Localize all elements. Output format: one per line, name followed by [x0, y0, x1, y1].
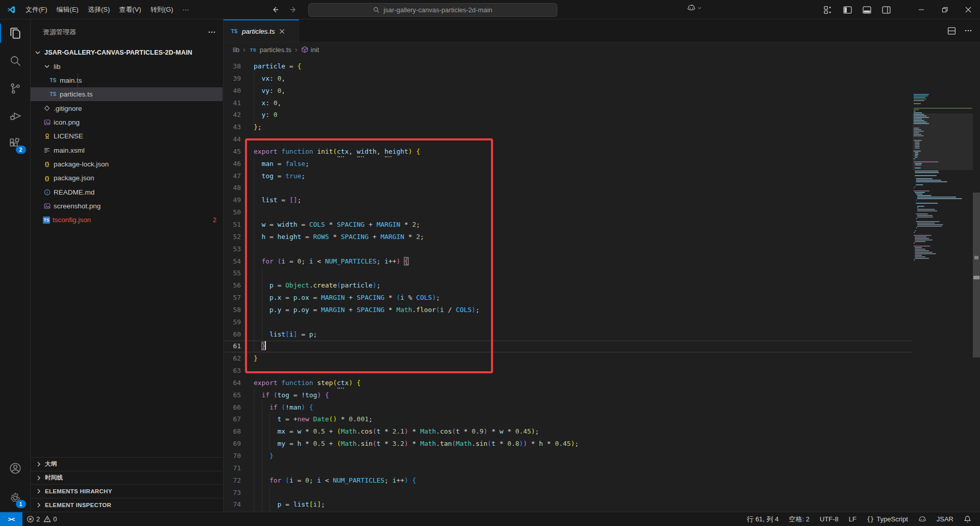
- toggle-panel-icon[interactable]: [863, 6, 871, 14]
- status-language-mode[interactable]: {}TypeScript: [864, 515, 911, 523]
- code-line-41[interactable]: 41 x: 0,: [224, 97, 913, 109]
- code-line-60[interactable]: 60 list[i] = p;: [224, 328, 913, 341]
- status-cursor-position[interactable]: 行 61, 列 4: [744, 515, 781, 524]
- copilot-button[interactable]: [687, 4, 702, 12]
- code-line-62[interactable]: 62}: [224, 352, 913, 365]
- minimap-slider[interactable]: [913, 113, 973, 170]
- breadcrumb-item-particles.ts[interactable]: TSparticles.ts: [249, 45, 291, 54]
- code-line-44[interactable]: 44: [224, 133, 913, 146]
- editor-more-actions-icon[interactable]: [964, 27, 972, 35]
- menu-4[interactable]: 查看(V): [114, 3, 145, 17]
- code-line-45[interactable]: 45export function init(ctx, width, heigh…: [224, 146, 913, 158]
- code-line-53[interactable]: 53: [224, 243, 913, 255]
- tab-particles-ts[interactable]: TS particles.ts: [224, 19, 299, 42]
- activity-settings[interactable]: 1: [0, 484, 31, 512]
- code-line-69[interactable]: 69 my = h * 0.5 + (Math.sin(t * 3.2) * M…: [224, 438, 913, 450]
- tree-item-readme.md[interactable]: README.md: [31, 185, 223, 199]
- activity-run-debug[interactable]: [0, 102, 31, 130]
- code-line-70[interactable]: 70 }: [224, 450, 913, 462]
- menu-5[interactable]: 转到(G): [146, 3, 178, 17]
- code-line-64[interactable]: 64export function step(ctx) {: [224, 377, 913, 389]
- code-line-54[interactable]: 54 for (i = 0; i < NUM_PARTICLES; i++) {: [224, 255, 913, 268]
- tree-item-license[interactable]: LICENSE: [31, 129, 223, 143]
- status-eol[interactable]: LF: [846, 515, 859, 523]
- code-line-68[interactable]: 68 mx = w * 0.5 + (Math.cos(t * 2.1) * M…: [224, 425, 913, 438]
- code-line-57[interactable]: 57 p.x = p.ox = MARGIN + SPACING * (i % …: [224, 292, 913, 304]
- tree-item-.gitignore[interactable]: .gitignore: [31, 101, 223, 115]
- toggle-primary-sidebar-icon[interactable]: [843, 6, 852, 14]
- code-line-67[interactable]: 67 t = +new Date() * 0.001;: [224, 413, 913, 425]
- tree-item-jsar-gallery-canvas-particles-2d-main[interactable]: JSAR-GALLERY-CANVAS-PARTICLES-2D-MAIN: [31, 45, 223, 59]
- sidebar-section-4[interactable]: ELEMENT INSPECTOR: [31, 498, 223, 512]
- sidebar-section-3[interactable]: ELEMENTS HIRARCHY: [31, 484, 223, 498]
- split-editor-icon[interactable]: [947, 27, 956, 35]
- code-line-56[interactable]: 56 p = Object.create(particle);: [224, 279, 913, 292]
- explorer-more-actions-icon[interactable]: [208, 28, 216, 36]
- close-tab-icon[interactable]: [279, 28, 285, 35]
- activity-source-control[interactable]: [0, 75, 31, 102]
- status-jsar[interactable]: JSAR: [934, 515, 956, 523]
- status-encoding[interactable]: UTF-8: [817, 515, 841, 523]
- code-line-58[interactable]: 58 p.y = p.oy = MARGIN + SPACING * Math.…: [224, 304, 913, 316]
- breadcrumb-item-lib[interactable]: lib: [233, 46, 239, 54]
- sidebar-section-2[interactable]: 时间线: [31, 471, 223, 485]
- code-line-65[interactable]: 65 if (tog = !tog) {: [224, 389, 913, 401]
- command-center-search[interactable]: jsar-gallery-canvas-particles-2d-main: [308, 3, 557, 17]
- restore-button[interactable]: [933, 0, 957, 19]
- code-line-73[interactable]: 73: [224, 487, 913, 499]
- activity-accounts[interactable]: [0, 455, 31, 482]
- code-line-42[interactable]: 42 y: 0: [224, 109, 913, 121]
- activity-explorer[interactable]: [0, 19, 31, 47]
- code-line-61[interactable]: 61 }: [224, 340, 913, 352]
- code-line-50[interactable]: 50: [224, 206, 913, 219]
- tree-item-lib[interactable]: lib: [31, 59, 223, 73]
- scrollbar-thumb[interactable]: [973, 193, 980, 357]
- problems-status[interactable]: 2 0: [27, 515, 59, 523]
- code-line-66[interactable]: 66 if (!man) {: [224, 401, 913, 414]
- code-line-63[interactable]: 63: [224, 365, 913, 377]
- remote-indicator[interactable]: ><: [0, 512, 22, 526]
- tree-item-particles.ts[interactable]: TSparticles.ts: [31, 87, 223, 101]
- code-line-72[interactable]: 72 for (i = 0; i < NUM_PARTICLES; i++) {: [224, 474, 913, 487]
- menu-3[interactable]: 选择(S): [83, 3, 114, 17]
- close-window-button[interactable]: [957, 0, 980, 19]
- breadcrumb-item-init[interactable]: init: [301, 46, 320, 54]
- code-line-59[interactable]: 59: [224, 316, 913, 328]
- tree-item-main.ts[interactable]: TSmain.ts: [31, 74, 223, 87]
- code-line-49[interactable]: 49 list = [];: [224, 194, 913, 206]
- code-line-48[interactable]: 48: [224, 182, 913, 194]
- menu-overflow[interactable]: ···: [178, 3, 193, 17]
- code-line-39[interactable]: 39 vx: 0,: [224, 73, 913, 85]
- code-line-43[interactable]: 43};: [224, 121, 913, 133]
- tree-item-tsconfig.json[interactable]: TStsconfig.json2: [31, 213, 223, 227]
- code-line-74[interactable]: 74 p = list[i];: [224, 498, 913, 511]
- code-line-46[interactable]: 46 man = false;: [224, 158, 913, 170]
- tree-item-icon.png[interactable]: icon.png: [31, 115, 223, 129]
- menu-1[interactable]: 文件(F): [21, 3, 52, 17]
- nav-back-icon[interactable]: [269, 4, 281, 16]
- nav-forward-icon[interactable]: [287, 4, 300, 16]
- vertical-scrollbar[interactable]: [973, 57, 980, 512]
- tree-item-main.xsml[interactable]: main.xsml: [31, 143, 223, 157]
- code-line-71[interactable]: 71: [224, 462, 913, 474]
- customize-layout-icon[interactable]: [824, 6, 832, 14]
- code-line-38[interactable]: 38particle = {: [224, 60, 913, 73]
- minimize-button[interactable]: [910, 0, 933, 19]
- toggle-secondary-sidebar-icon[interactable]: [882, 6, 891, 14]
- tree-item-package-lock.json[interactable]: {}package-lock.json: [31, 157, 223, 171]
- code-line-40[interactable]: 40 vy: 0,: [224, 85, 913, 97]
- code-line-47[interactable]: 47 tog = true;: [224, 170, 913, 182]
- menu-2[interactable]: 编辑(E): [52, 3, 83, 17]
- status-copilot-status[interactable]: [916, 515, 929, 523]
- code-line-52[interactable]: 52 h = height = ROWS * SPACING + MARGIN …: [224, 231, 913, 243]
- warning-icon: [43, 515, 51, 523]
- activity-search[interactable]: [0, 47, 31, 75]
- code-line-55[interactable]: 55: [224, 267, 913, 279]
- sidebar-section-1[interactable]: 大纲: [31, 457, 223, 471]
- status-notifications[interactable]: [961, 515, 974, 523]
- status-indentation[interactable]: 空格: 2: [786, 515, 812, 524]
- code-line-51[interactable]: 51 w = width = COLS * SPACING + MARGIN *…: [224, 219, 913, 231]
- activity-extensions[interactable]: 2: [0, 130, 31, 157]
- tree-item-package.json[interactable]: {}package.json: [31, 171, 223, 185]
- tree-item-screenshot.png[interactable]: screenshot.png: [31, 199, 223, 213]
